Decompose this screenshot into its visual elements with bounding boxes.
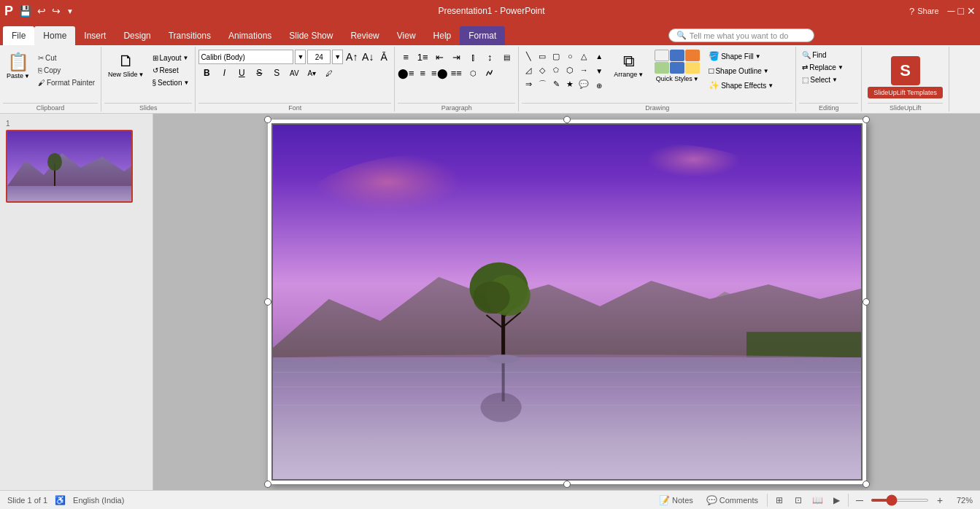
handle-ml[interactable] (264, 298, 271, 306)
find-button[interactable]: 🔍 Find (799, 50, 858, 61)
normal-view-button[interactable]: ⊞ (772, 493, 787, 508)
minimize-button[interactable]: ─ (948, 5, 955, 17)
close-button[interactable]: ✕ (967, 5, 976, 17)
handle-bm[interactable] (563, 481, 571, 488)
decrease-indent-button[interactable]: ⇤ (431, 50, 447, 64)
replace-button[interactable]: ⇄ Replace ▼ (799, 62, 858, 73)
reading-view-button[interactable]: 📖 (810, 493, 825, 508)
italic-button[interactable]: I (216, 66, 232, 80)
arrange-dropdown[interactable]: ▼ (638, 71, 644, 78)
bullet-list-button[interactable]: ≡ (398, 50, 414, 64)
font-color-button[interactable]: A▾ (304, 66, 320, 80)
shape-arrow2[interactable]: ⇒ (522, 77, 535, 90)
align-center-button[interactable]: ≡ (414, 66, 431, 80)
zoom-out-button[interactable]: ─ (853, 494, 866, 507)
columns-button[interactable]: ⫿ (465, 50, 481, 64)
new-slide-dropdown[interactable]: ▼ (139, 71, 144, 78)
slide-canvas[interactable] (268, 120, 866, 484)
font-size-input[interactable] (307, 50, 331, 64)
tab-transitions[interactable]: Transitions (160, 26, 220, 45)
qs-2[interactable] (670, 50, 684, 61)
slide-show-button[interactable]: ▶ (829, 493, 844, 508)
font-family-input[interactable] (198, 50, 293, 64)
qs-3[interactable] (685, 50, 700, 61)
handle-bl[interactable] (264, 481, 271, 488)
zoom-in-button[interactable]: + (933, 494, 946, 507)
character-spacing-button[interactable]: AV (286, 66, 302, 80)
tab-animations[interactable]: Animations (220, 26, 280, 45)
shape-effects-dropdown[interactable]: ▼ (768, 82, 773, 89)
zoom-slider[interactable] (871, 499, 929, 502)
tab-format[interactable]: Format (460, 26, 505, 45)
paragraph-dialog[interactable]: 🗲 (482, 66, 498, 80)
accessibility-icon[interactable]: ♿ (55, 495, 66, 505)
increase-indent-button[interactable]: ⇥ (448, 50, 464, 64)
tab-slideshow[interactable]: Slide Show (280, 26, 342, 45)
shape-rounded-rect[interactable]: ▢ (549, 50, 563, 63)
handle-br[interactable] (863, 481, 870, 488)
new-slide-button[interactable]: 🗋 New Slide ▼ (104, 50, 147, 80)
format-painter-button[interactable]: 🖌Format Painter (35, 77, 98, 88)
clear-formatting-button[interactable]: Ā (377, 50, 391, 64)
shape-hexagon[interactable]: ⬡ (563, 63, 576, 77)
slide-sorter-button[interactable]: ⊡ (791, 493, 806, 508)
underline-button[interactable]: U (234, 66, 250, 80)
shape-rtriangle[interactable]: ◿ (522, 63, 535, 77)
align-right-button[interactable]: ≡⬤ (431, 66, 447, 80)
shape-pentagon[interactable]: ⬠ (549, 63, 563, 77)
shape-rhombus[interactable]: ◇ (536, 63, 549, 77)
notes-button[interactable]: 📝 Notes (655, 494, 698, 507)
tab-help[interactable]: Help (425, 26, 460, 45)
reset-button[interactable]: ↺Reset (150, 65, 193, 76)
handle-mr[interactable] (863, 298, 870, 306)
decrease-font-button[interactable]: A↓ (360, 50, 375, 64)
increase-font-button[interactable]: A↑ (344, 50, 359, 64)
quick-access-save[interactable]: 💾 (19, 5, 31, 17)
line-spacing-button[interactable]: ↕ (482, 50, 498, 64)
shape-arrow[interactable]: → (577, 63, 590, 77)
quick-styles-dropdown[interactable]: ▼ (693, 76, 699, 82)
language-label[interactable]: English (India) (73, 496, 124, 505)
shape-star[interactable]: ★ (563, 77, 576, 90)
paste-button[interactable]: 📋 Paste ▼ (3, 50, 34, 82)
shape-outline-button[interactable]: □ Shape Outline ▼ (706, 64, 776, 77)
cut-button[interactable]: ✂Cut (35, 53, 98, 63)
align-left-button[interactable]: ⬤≡ (398, 66, 414, 80)
strikethrough-button[interactable]: S (251, 66, 267, 80)
copy-button[interactable]: ⎘Copy (35, 65, 98, 76)
tab-review[interactable]: Review (342, 26, 387, 45)
font-size-dropdown[interactable]: ▼ (332, 50, 343, 64)
maximize-button[interactable]: □ (958, 5, 964, 17)
comments-button[interactable]: 💬 Comments (702, 494, 763, 507)
qs-1[interactable] (655, 50, 669, 61)
share-button[interactable]: Share (917, 7, 938, 15)
qs-6[interactable] (685, 62, 700, 74)
handle-tm[interactable] (563, 116, 571, 123)
arrange-button[interactable]: ⧉ Arrange ▼ (610, 50, 647, 80)
highlight-color-button[interactable]: 🖊 (321, 66, 337, 80)
smart-art-button[interactable]: ⬡ (465, 66, 481, 80)
tab-file[interactable]: File (3, 26, 34, 45)
shape-line[interactable]: ╲ (522, 50, 535, 63)
qs-5[interactable] (670, 62, 684, 74)
shape-fill-dropdown[interactable]: ▼ (755, 53, 761, 60)
tab-insert[interactable]: Insert (75, 26, 115, 45)
tab-design[interactable]: Design (115, 26, 159, 45)
shape-effects-button[interactable]: ✨ Shape Effects ▼ (706, 79, 776, 92)
font-family-dropdown[interactable]: ▼ (295, 50, 306, 64)
slide-image[interactable] (271, 123, 863, 481)
zoom-level-label[interactable]: 72% (951, 496, 973, 505)
tab-view[interactable]: View (388, 26, 425, 45)
quick-access-redo[interactable]: ↪ (52, 5, 61, 17)
shape-triangle[interactable]: △ (577, 50, 590, 63)
layout-button[interactable]: ⊞Layout▼ (150, 53, 193, 63)
shapes-scroll-down[interactable]: ▼ (594, 64, 604, 77)
replace-dropdown[interactable]: ▼ (838, 64, 844, 71)
tab-home[interactable]: Home (34, 26, 75, 45)
help-icon[interactable]: ? (909, 6, 914, 17)
text-shadow-button[interactable]: S (269, 66, 285, 80)
shapes-scroll-up[interactable]: ▲ (594, 50, 604, 63)
shape-freeform[interactable]: ✎ (549, 77, 563, 90)
shape-outline-dropdown[interactable]: ▼ (763, 68, 769, 74)
bold-button[interactable]: B (198, 66, 215, 80)
